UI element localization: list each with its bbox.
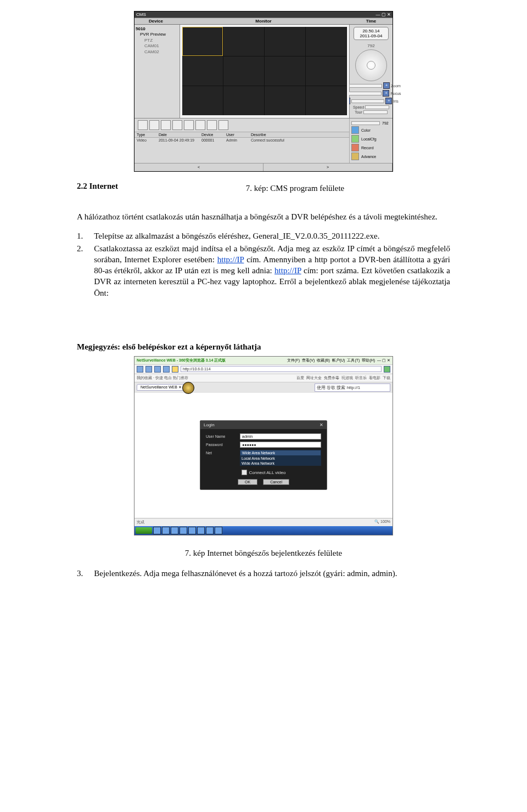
side-advance[interactable]: Advance: [351, 153, 391, 160]
net-option[interactable]: Local Area Network: [240, 456, 321, 461]
list-item-2: Csatlakoztassa az eszközt majd indítsa e…: [94, 243, 450, 298]
connect-all-checkbox[interactable]: [242, 470, 247, 475]
http-ip-link-1[interactable]: http://IP: [217, 255, 244, 264]
view-1-icon[interactable]: [138, 120, 148, 130]
iris-open-icon[interactable]: +: [385, 98, 392, 104]
taskbar-icon[interactable]: [153, 527, 161, 534]
col-device: Device: [134, 18, 177, 24]
video-cell[interactable]: [265, 57, 305, 86]
video-cell[interactable]: [265, 86, 305, 115]
zoom-in-icon[interactable]: +: [383, 82, 390, 89]
username-field[interactable]: admin: [240, 433, 321, 439]
view-25-icon[interactable]: [184, 120, 194, 130]
window-close-icon[interactable]: — ▢ ✕: [377, 358, 390, 363]
view-full-icon[interactable]: [218, 120, 228, 130]
cancel-button[interactable]: Cancel: [263, 479, 289, 485]
menu-item[interactable]: 收藏(B): [317, 358, 329, 363]
video-cell[interactable]: [265, 27, 305, 56]
http-ip-link-2[interactable]: http://IP: [274, 266, 301, 275]
intro-paragraph: A hálózathoz történt csatlakozás után ha…: [77, 211, 450, 222]
view-4-icon[interactable]: [149, 120, 159, 130]
side-record[interactable]: Record: [351, 144, 391, 151]
list-item-1: Telepítse az alkalmazást a böngészős elé…: [94, 230, 379, 241]
side-localcfg[interactable]: LocalCfg: [351, 135, 391, 143]
home-icon[interactable]: [163, 366, 170, 373]
tour-input[interactable]: [363, 110, 388, 114]
close-icon[interactable]: ✕: [319, 422, 323, 427]
taskbar: [134, 526, 393, 535]
bookmark[interactable]: 免费杀毒: [324, 375, 339, 381]
video-cell[interactable]: [306, 27, 346, 56]
taskbar-icon[interactable]: [180, 527, 187, 534]
address-bar[interactable]: http://10.6.0.114: [181, 366, 382, 372]
view-36-icon[interactable]: [195, 120, 205, 130]
video-cell[interactable]: [182, 27, 223, 56]
menu-item[interactable]: 帐户(U): [332, 358, 345, 363]
bookmark[interactable]: 百度: [296, 375, 304, 381]
view-layout-toolbar: [134, 119, 349, 132]
tree-item[interactable]: CAM01: [136, 43, 178, 49]
tab-right[interactable]: >: [264, 163, 393, 171]
bookmark[interactable]: 听音乐: [355, 375, 367, 381]
taskbar-icon[interactable]: [171, 527, 178, 534]
video-cell[interactable]: [223, 27, 264, 56]
device-tree: 5010 PVR Preview PTZ CAM01 CAM02: [134, 25, 180, 118]
bookmark[interactable]: 网址大全: [306, 375, 322, 381]
taskbar-icon[interactable]: [188, 527, 196, 534]
right-counter-slider[interactable]: [351, 121, 380, 125]
reload-icon[interactable]: [154, 366, 161, 373]
bookmark[interactable]: 看电影: [369, 375, 380, 381]
menu-item[interactable]: 工具(T): [347, 358, 360, 363]
tree-root[interactable]: 5010: [136, 26, 178, 32]
go-icon[interactable]: [384, 366, 390, 373]
ptz-joystick[interactable]: [355, 49, 387, 81]
net-option[interactable]: Wide Area Network: [240, 461, 321, 466]
video-cell[interactable]: [182, 86, 223, 115]
tree-group[interactable]: PVR Preview: [136, 32, 178, 37]
side-color[interactable]: Color: [351, 126, 391, 134]
video-cell[interactable]: [182, 57, 223, 86]
back-icon[interactable]: [137, 366, 143, 373]
browser-tab[interactable]: NetSurveillance WEB ✕: [137, 384, 186, 391]
focus-slider[interactable]: [349, 92, 382, 95]
view-16-icon[interactable]: [172, 120, 182, 130]
config-icon: [351, 135, 359, 143]
ok-button[interactable]: OK: [238, 479, 257, 485]
focus-in-icon[interactable]: +: [383, 90, 389, 97]
search-box[interactable]: 使用 谷歌 搜索 http://1: [315, 384, 390, 392]
password-label: Password: [206, 443, 237, 447]
taskbar-icon[interactable]: [197, 527, 205, 534]
video-cell[interactable]: [223, 57, 264, 86]
tree-item[interactable]: PTZ: [136, 38, 178, 43]
start-button[interactable]: [136, 527, 152, 534]
tab-left[interactable]: <: [134, 163, 264, 171]
view-64-icon[interactable]: [207, 120, 217, 130]
menu-item[interactable]: 帮助(H): [362, 358, 375, 363]
password-field[interactable]: ●●●●●●: [240, 442, 321, 448]
taskbar-icon[interactable]: [206, 527, 214, 534]
view-9-icon[interactable]: [161, 120, 171, 130]
bottom-tabs: < >: [134, 163, 393, 171]
browser-title: NetSurveillance WEB - 360安全浏览器 3.14 正式版: [137, 358, 226, 363]
bookmark[interactable]: 玩游戏: [341, 375, 353, 381]
taskbar-icon[interactable]: [162, 527, 170, 534]
tree-item[interactable]: CAM02: [136, 49, 178, 55]
bookmark[interactable]: 下载: [383, 375, 390, 381]
menu-item[interactable]: 查看(V): [302, 358, 315, 363]
login-title: Login: [204, 422, 215, 427]
taskbar-icon[interactable]: [215, 527, 222, 534]
zoom-slider[interactable]: [349, 84, 382, 88]
note-heading: Megjegyzés: első belépéskor ezt a képern…: [77, 342, 450, 352]
video-cell[interactable]: [223, 86, 264, 115]
menu-item[interactable]: 文件(F): [287, 358, 300, 363]
star-icon[interactable]: [172, 366, 178, 373]
forward-icon[interactable]: [145, 366, 152, 373]
video-cell[interactable]: [306, 86, 346, 115]
net-select[interactable]: Wide Area Network: [240, 450, 321, 456]
list-num: 2.: [77, 243, 83, 298]
video-cell[interactable]: [306, 57, 346, 86]
net-label: Net: [206, 451, 237, 455]
speed-slider[interactable]: [365, 105, 389, 109]
iris-slider[interactable]: [351, 99, 384, 103]
login-dialog: Login ✕ User Name admin Password ●●●●●● …: [200, 420, 327, 490]
